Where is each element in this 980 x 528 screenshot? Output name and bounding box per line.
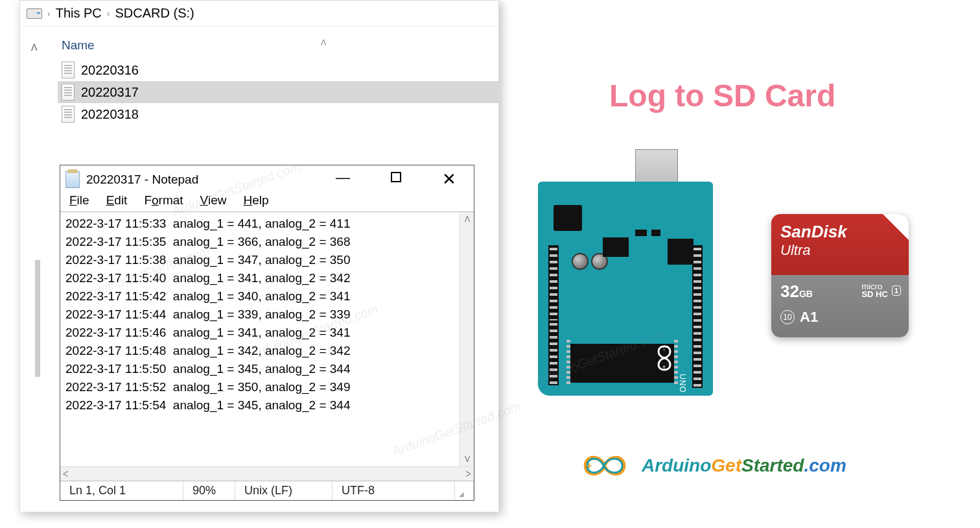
arduino-pin-header-left-bottom: [548, 320, 559, 385]
notepad-titlebar[interactable]: 20220317 - Notepad — ✕: [60, 165, 474, 193]
status-encoding: UTF-8: [332, 481, 455, 500]
arduino-power-jack: [554, 205, 582, 231]
chevron-right-icon: ›: [107, 8, 110, 19]
smd-chip-icon: [668, 239, 694, 265]
menu-edit[interactable]: Edit: [106, 193, 128, 208]
text-file-icon: [62, 84, 75, 101]
status-eol: Unix (LF): [235, 481, 332, 500]
sd-brand-label: SanDisk: [780, 222, 900, 242]
column-header-row[interactable]: Name ᐱ: [58, 33, 498, 59]
arduino-infinity-logo-icon: -+: [650, 339, 679, 378]
smd-chip-icon: [651, 230, 660, 236]
site-brand-text: ArduinoGetStarted.com: [642, 455, 846, 476]
vertical-scrollbar[interactable]: ᐱ ᐯ: [460, 212, 474, 466]
notepad-icon: [65, 171, 80, 188]
breadcrumb[interactable]: › This PC › SDCARD (S:): [20, 1, 498, 27]
sd-badges-right: microSD HC 1: [861, 283, 901, 298]
file-row[interactable]: 20220318: [58, 103, 498, 125]
file-name-label: 20220316: [81, 63, 139, 78]
svg-text:-: -: [661, 349, 669, 352]
scroll-right-icon[interactable]: ᐳ: [465, 470, 471, 479]
horizontal-scrollbar[interactable]: ᐸ ᐳ: [60, 466, 474, 481]
status-position: Ln 1, Col 1: [60, 481, 183, 500]
svg-text:+: +: [587, 460, 592, 471]
notepad-window: 20220317 - Notepad — ✕ File Edit Format …: [60, 165, 474, 501]
a1-badge: A1: [800, 309, 818, 326]
notepad-text-area[interactable]: 2022-3-17 11:5:33 analog_1 = 441, analog…: [60, 212, 460, 466]
class10-badge: 10: [780, 310, 795, 324]
infinity-logo-icon: +: [576, 448, 634, 484]
uhs-u1-badge: 1: [892, 285, 901, 296]
scrollbar-thumb[interactable]: [35, 260, 40, 377]
text-file-icon: [62, 62, 75, 78]
drive-icon: [27, 8, 42, 19]
arduino-uno-label: UNO: [678, 374, 687, 393]
close-button[interactable]: ✕: [436, 169, 462, 189]
explorer-side-strip: ᐱ: [20, 27, 49, 509]
sd-product-line-label: Ultra: [780, 242, 900, 259]
breadcrumb-item-drive[interactable]: SDCARD (S:): [115, 6, 194, 21]
file-name-label: 20220318: [81, 107, 139, 122]
menu-format[interactable]: Format: [144, 193, 183, 208]
capacitor-icon: [572, 253, 589, 270]
site-brand: + ArduinoGetStarted.com: [576, 448, 846, 484]
smd-chip-icon: [603, 237, 629, 257]
file-row[interactable]: 20220317: [58, 81, 498, 103]
microsd-logo-text: microSD HC: [861, 283, 887, 298]
chevron-right-icon: ›: [47, 8, 51, 19]
microsd-card-illustration: SanDisk Ultra 32GB microSD HC 1 10 A1: [771, 214, 909, 337]
arduino-pin-header-left-top: [548, 245, 559, 323]
arduino-pin-header-right: [692, 245, 703, 388]
text-file-icon: [62, 106, 75, 123]
chevron-up-icon[interactable]: ᐱ: [31, 42, 38, 53]
menu-help[interactable]: Help: [243, 193, 268, 208]
scroll-left-icon[interactable]: ᐸ: [63, 470, 69, 479]
scroll-up-icon[interactable]: ᐱ: [465, 215, 470, 224]
page-title: Log to SD Card: [609, 78, 835, 114]
file-name-label: 20220317: [81, 85, 139, 100]
breadcrumb-item-pc[interactable]: This PC: [56, 6, 102, 21]
sd-badges-left: 10 A1: [780, 309, 818, 326]
svg-text:+: +: [660, 365, 668, 369]
menu-view[interactable]: View: [200, 193, 227, 208]
minimize-button[interactable]: —: [330, 169, 356, 189]
maximize-button[interactable]: [383, 169, 409, 189]
column-name-header[interactable]: Name: [62, 38, 321, 53]
notepad-menubar[interactable]: File Edit Format View Help: [60, 193, 474, 211]
notepad-statusbar: Ln 1, Col 1 90% Unix (LF) UTF-8 ◢: [60, 481, 474, 500]
arduino-uno-illustration: -+ UNO: [531, 149, 719, 402]
file-row[interactable]: 20220316: [58, 59, 498, 81]
sort-chevron-icon[interactable]: ᐱ: [321, 38, 495, 53]
scroll-down-icon[interactable]: ᐯ: [465, 455, 470, 464]
menu-file[interactable]: File: [69, 193, 89, 208]
notepad-title-text: 20220317 - Notepad: [86, 173, 198, 187]
status-zoom: 90%: [183, 481, 235, 500]
sd-capacity-label: 32GB: [780, 282, 813, 301]
smd-chip-icon: [635, 230, 647, 236]
resize-grip-icon[interactable]: ◢: [455, 481, 474, 500]
arduino-board: -+ UNO: [538, 182, 713, 396]
